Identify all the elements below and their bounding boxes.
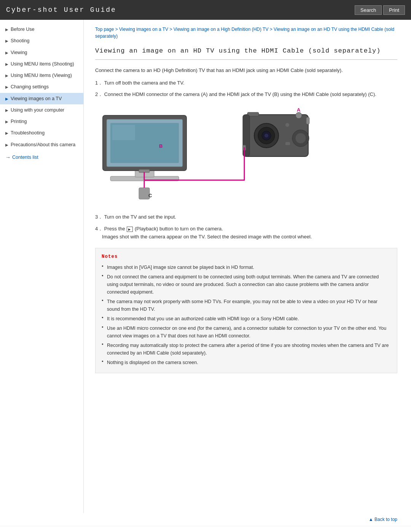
notes-box: Notes Images shot in [VGA] image size ca… bbox=[95, 248, 397, 373]
sidebar-item-viewing[interactable]: ▶ Viewing bbox=[0, 47, 83, 58]
note-item: The camera may not work properly with so… bbox=[102, 298, 391, 313]
chevron-right-icon: ▶ bbox=[5, 38, 8, 43]
print-button[interactable]: Print bbox=[383, 5, 405, 15]
chevron-right-icon: ▶ bbox=[5, 73, 8, 78]
step-4-sub: Images shot with the camera appear on th… bbox=[95, 234, 312, 240]
svg-rect-5 bbox=[112, 125, 135, 140]
note-item: Nothing is displayed on the camera scree… bbox=[102, 359, 391, 366]
sidebar: ▶ Before Use ▶ Shooting ▶ Viewing ▶ Usin… bbox=[0, 20, 84, 513]
chevron-right-icon: ▶ bbox=[5, 50, 8, 55]
sidebar-item-before-use[interactable]: ▶ Before Use bbox=[0, 24, 83, 35]
svg-rect-19 bbox=[285, 142, 290, 145]
page-title: Viewing an image on an HD TV using the H… bbox=[95, 46, 397, 60]
sidebar-item-printing[interactable]: ▶ Printing bbox=[0, 116, 83, 127]
svg-text:A: A bbox=[297, 107, 301, 113]
svg-rect-23 bbox=[139, 188, 150, 199]
notes-list: Images shot in [VGA] image size cannot b… bbox=[102, 264, 391, 366]
breadcrumb-viewing-tv[interactable]: Viewing images on a TV bbox=[119, 27, 168, 32]
contents-link-label: Contents list bbox=[12, 155, 38, 160]
breadcrumb-top[interactable]: Top page bbox=[95, 27, 114, 32]
search-button[interactable]: Search bbox=[355, 5, 382, 15]
step-2: 2． Connect the HDMI connector of the cam… bbox=[95, 91, 397, 99]
app-title: Cyber-shot User Guide bbox=[6, 6, 116, 14]
header-buttons: Search Print bbox=[355, 5, 405, 15]
step-1: 1． Turn off both the camera and the TV. bbox=[95, 79, 397, 87]
note-item: Use an HDMI micro connector on one end (… bbox=[102, 324, 391, 340]
svg-point-18 bbox=[285, 123, 289, 127]
back-to-top-link[interactable]: Back to top bbox=[369, 517, 397, 522]
step-2-text: Connect the HDMI connector of the camera… bbox=[104, 91, 376, 97]
intro-text: Connect the camera to an HD (High Defini… bbox=[95, 67, 397, 75]
main-content: Top page > Viewing images on a TV > View… bbox=[84, 20, 411, 513]
sidebar-item-computer[interactable]: ▶ Using with your computer bbox=[0, 104, 83, 116]
svg-point-12 bbox=[264, 134, 268, 137]
svg-rect-26 bbox=[306, 117, 309, 124]
chevron-right-icon: ▶ bbox=[5, 62, 8, 67]
svg-text:C: C bbox=[148, 193, 152, 198]
note-item: Images shot in [VGA] image size cannot b… bbox=[102, 264, 391, 271]
sidebar-item-menu-viewing[interactable]: ▶ Using MENU items (Viewing) bbox=[0, 70, 83, 81]
chevron-right-icon: ▶ bbox=[5, 108, 8, 113]
step-3: 3． Turn on the TV and set the input. bbox=[95, 213, 397, 221]
header: Cyber-shot User Guide Search Print bbox=[0, 0, 411, 20]
sidebar-item-menu-shooting[interactable]: ▶ Using MENU items (Shooting) bbox=[0, 58, 83, 70]
breadcrumb-hd-tv[interactable]: Viewing an image on a High Definition (H… bbox=[174, 27, 269, 32]
sidebar-item-changing-settings[interactable]: ▶ Changing settings bbox=[0, 81, 83, 93]
svg-point-14 bbox=[296, 112, 302, 118]
svg-point-17 bbox=[295, 133, 306, 144]
sidebar-item-viewing-tv[interactable]: ▶ Viewing images on a TV bbox=[0, 93, 83, 104]
note-item: Do not connect the camera and equipment … bbox=[102, 273, 391, 296]
back-to-top[interactable]: Back to top bbox=[0, 513, 411, 526]
content-layout: ▶ Before Use ▶ Shooting ▶ Viewing ▶ Usin… bbox=[0, 20, 411, 513]
note-item: It is recommended that you use an author… bbox=[102, 315, 391, 323]
contents-list-link[interactable]: → Contents list bbox=[0, 150, 83, 164]
chevron-right-icon: ▶ bbox=[5, 142, 8, 147]
sidebar-item-shooting[interactable]: ▶ Shooting bbox=[0, 35, 83, 46]
arrow-right-icon: → bbox=[5, 154, 11, 160]
chevron-right-icon: ▶ bbox=[5, 119, 8, 124]
playback-icon bbox=[127, 227, 133, 232]
svg-text:B: B bbox=[159, 143, 162, 149]
hdmi-diagram-svg: B bbox=[99, 104, 327, 207]
chevron-right-icon: ▶ bbox=[5, 27, 8, 32]
chevron-right-icon: ▶ bbox=[5, 85, 8, 89]
step-1-text: Turn off both the camera and the TV. bbox=[104, 80, 185, 86]
step-3-text: Turn on the TV and set the input. bbox=[104, 214, 176, 220]
diagram: B bbox=[99, 104, 397, 208]
chevron-right-icon: ▶ bbox=[5, 131, 8, 136]
footer: Copyright 2013 Sony Corporation bbox=[0, 526, 411, 532]
sidebar-item-troubleshooting[interactable]: ▶ Troubleshooting bbox=[0, 127, 83, 139]
step-4: 4． Press the (Playback) button to turn o… bbox=[95, 225, 397, 241]
breadcrumb: Top page > Viewing images on a TV > View… bbox=[95, 26, 397, 40]
sidebar-item-precautions[interactable]: ▶ Precautions/About this camera bbox=[0, 139, 83, 150]
note-item: Recording may automatically stop to prot… bbox=[102, 342, 391, 357]
chevron-right-icon: ▶ bbox=[5, 96, 8, 101]
notes-title: Notes bbox=[102, 253, 391, 260]
